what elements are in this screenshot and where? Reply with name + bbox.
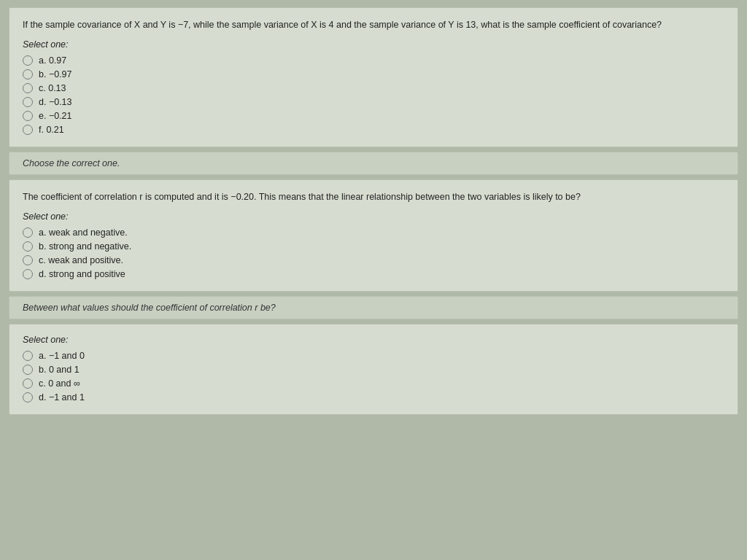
radio-q1f[interactable] xyxy=(23,125,33,135)
list-item: f. 0.21 xyxy=(23,125,724,135)
radio-q1b[interactable] xyxy=(23,69,33,79)
question-1-options: a. 0.97 b. −0.97 c. 0.13 d. −0.13 e. −0.… xyxy=(23,55,724,135)
option-q1d-text: d. −0.13 xyxy=(39,97,72,107)
list-item: d. −0.13 xyxy=(23,97,724,107)
list-item: a. −1 and 0 xyxy=(23,351,724,361)
question-2-text: The coefficient of correlation r is comp… xyxy=(23,190,724,204)
question-2-options: a. weak and negative. b. strong and nega… xyxy=(23,228,724,279)
option-q2c-text: c. weak and positive. xyxy=(39,255,123,265)
option-q1a-text: a. 0.97 xyxy=(39,55,66,66)
option-q3a-text: a. −1 and 0 xyxy=(39,351,85,361)
radio-q1c[interactable] xyxy=(23,83,33,93)
option-q2b-text: b. strong and negative. xyxy=(39,241,131,252)
option-q3b-text: b. 0 and 1 xyxy=(39,365,80,375)
question-2-block: The coefficient of correlation r is comp… xyxy=(9,179,738,292)
list-item: b. 0 and 1 xyxy=(23,365,724,375)
radio-q3b[interactable] xyxy=(23,365,33,375)
radio-q2a[interactable] xyxy=(23,228,33,238)
list-item: c. 0 and ∞ xyxy=(23,378,724,389)
list-item: b. −0.97 xyxy=(23,69,724,79)
list-item: c. 0.13 xyxy=(23,83,724,93)
radio-q1e[interactable] xyxy=(23,111,33,121)
divider-1: Choose the correct one. xyxy=(9,152,738,175)
list-item: b. strong and negative. xyxy=(23,241,724,252)
list-item: d. −1 and 1 xyxy=(23,392,724,402)
list-item: a. 0.97 xyxy=(23,55,724,66)
question-1-select-label: Select one: xyxy=(23,39,724,50)
option-q1e-text: e. −0.21 xyxy=(39,111,72,121)
question-3-block: Select one: a. −1 and 0 b. 0 and 1 c. 0 … xyxy=(9,324,738,415)
question-2-select-label: Select one: xyxy=(23,211,724,222)
divider-1-text: Choose the correct one. xyxy=(23,158,724,168)
question-1-text: If the sample covariance of X and Y is −… xyxy=(23,18,724,32)
question-3-options: a. −1 and 0 b. 0 and 1 c. 0 and ∞ d. −1 … xyxy=(23,351,724,402)
option-q2d-text: d. strong and positive xyxy=(39,269,125,279)
question-1-block: If the sample covariance of X and Y is −… xyxy=(9,7,738,147)
list-item: e. −0.21 xyxy=(23,111,724,121)
option-q2a-text: a. weak and negative. xyxy=(39,228,128,238)
option-q1c-text: c. 0.13 xyxy=(39,83,66,93)
page-container: If the sample covariance of X and Y is −… xyxy=(9,7,738,415)
option-q3c-text: c. 0 and ∞ xyxy=(39,378,80,389)
list-item: c. weak and positive. xyxy=(23,255,724,265)
radio-q3d[interactable] xyxy=(23,392,33,402)
radio-q3c[interactable] xyxy=(23,378,33,389)
radio-q2d[interactable] xyxy=(23,269,33,279)
radio-q2b[interactable] xyxy=(23,241,33,252)
option-q1b-text: b. −0.97 xyxy=(39,69,72,79)
list-item: d. strong and positive xyxy=(23,269,724,279)
radio-q1a[interactable] xyxy=(23,55,33,66)
question-3-select-label: Select one: xyxy=(23,335,724,345)
divider-2-text: Between what values should the coefficie… xyxy=(23,303,724,313)
list-item: a. weak and negative. xyxy=(23,228,724,238)
radio-q2c[interactable] xyxy=(23,255,33,265)
divider-2: Between what values should the coefficie… xyxy=(9,296,738,319)
radio-q1d[interactable] xyxy=(23,97,33,107)
option-q3d-text: d. −1 and 1 xyxy=(39,392,85,402)
option-q1f-text: f. 0.21 xyxy=(39,125,64,135)
radio-q3a[interactable] xyxy=(23,351,33,361)
